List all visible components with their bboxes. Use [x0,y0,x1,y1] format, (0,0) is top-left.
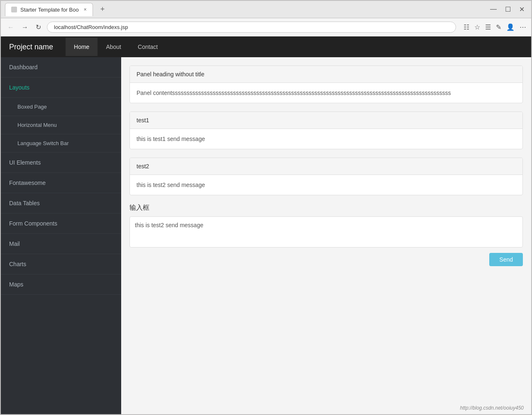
sidebar-item-data-tables[interactable]: Data Tables [1,193,121,214]
watermark: http://blog.csdn.net/ooiuy450 [460,405,524,411]
nav-link-home[interactable]: Home [66,38,98,56]
main-layout: Dashboard Layouts Boxed Page Horizontal … [1,57,531,414]
sidebar-item-horizontal-menu[interactable]: Horizontal Menu [1,116,121,134]
new-tab-button[interactable]: + [96,3,109,15]
reload-button[interactable]: ↻ [34,22,43,33]
sidebar-item-form-components[interactable]: Form Components [1,214,121,234]
more-options-icon[interactable]: ⋯ [520,23,526,31]
top-navbar: Project name Home About Contact [1,36,531,57]
panel-2-body: this is test1 send message [130,129,522,149]
panel-1-body: Panel contentsssssssssssssssssssssssssss… [130,83,522,103]
window-controls: — ☐ ✕ [488,5,527,14]
menu-icon[interactable]: ☰ [485,23,491,31]
tab-favicon [11,7,17,12]
browser-icons: ☷ ☆ ☰ ✎ 👤 ⋯ [464,23,526,31]
nav-link-about[interactable]: About [98,38,129,56]
input-section-label: 输入框 [129,204,523,212]
browser-tab[interactable]: Starter Template for Boo × [5,3,93,16]
sidebar-item-language-switch-bar[interactable]: Language Switch Bar [1,134,121,153]
sidebar-item-mail[interactable]: Mail [1,234,121,254]
panel-2-heading: test1 [130,112,522,129]
input-section: 输入框 this is test2 send message Send [129,204,523,266]
sidebar-item-layouts[interactable]: Layouts [1,78,121,98]
nav-links: Home About Contact [66,38,166,56]
sidebar-item-charts[interactable]: Charts [1,254,121,274]
send-row: Send [129,253,523,266]
message-input[interactable]: this is test2 send message [129,216,523,248]
tab-title: Starter Template for Boo [20,7,79,13]
back-button[interactable]: ← [6,22,16,33]
sidebar-item-maps[interactable]: Maps [1,274,121,295]
panel-1: Panel heading without title Panel conten… [129,66,523,103]
address-bar[interactable]: localhost/ChatRoom/indexs.jsp [47,22,456,33]
nav-link-contact[interactable]: Contact [129,38,166,56]
forward-button[interactable]: → [20,22,30,33]
sidebar-item-boxed-page[interactable]: Boxed Page [1,98,121,116]
panel-3-body: this is test2 send message [130,175,522,195]
account-icon[interactable]: 👤 [506,23,515,31]
sidebar-item-ui-elements[interactable]: UI Elements [1,153,121,173]
maximize-button[interactable]: ☐ [503,5,513,14]
panel-2: test1 this is test1 send message [129,112,523,149]
browser-nav-bar: ← → ↻ localhost/ChatRoom/indexs.jsp ☷ ☆ … [1,18,531,36]
edit-icon[interactable]: ✎ [496,23,501,31]
bookmark-icon[interactable]: ☆ [474,23,480,31]
panel-3: test2 this is test2 send message [129,158,523,195]
main-content: Panel heading without title Panel conten… [121,57,531,414]
send-button[interactable]: Send [489,253,523,266]
sidebar: Dashboard Layouts Boxed Page Horizontal … [1,57,121,414]
close-window-button[interactable]: ✕ [517,5,527,14]
tab-close-button[interactable]: × [84,7,87,12]
sidebar-item-fontawesome[interactable]: Fontawesome [1,173,121,193]
sidebar-item-dashboard[interactable]: Dashboard [1,57,121,78]
panel-1-heading: Panel heading without title [130,66,522,83]
panel-3-heading: test2 [130,158,522,175]
minimize-button[interactable]: — [488,5,499,14]
brand-name: Project name [9,43,53,51]
reader-view-icon[interactable]: ☷ [464,23,469,31]
app-container: Project name Home About Contact Dashboar… [1,36,531,414]
